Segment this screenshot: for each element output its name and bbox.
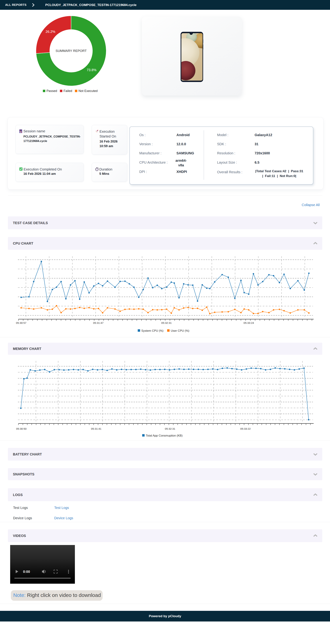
svg-text:SUMMARY REPORT: SUMMARY REPORT <box>56 49 87 52</box>
svg-text:Failed: Failed <box>64 89 72 93</box>
svg-text:05:32:31: 05:32:31 <box>165 427 175 430</box>
svg-text:05:31:41: 05:31:41 <box>91 427 101 430</box>
svg-text:0:00: 0:00 <box>23 570 30 574</box>
svg-text:05:30:57: 05:30:57 <box>16 322 26 324</box>
svg-text:System CPU (%): System CPU (%) <box>141 329 163 332</box>
svg-text:73.8%: 73.8% <box>87 68 97 72</box>
svg-text:05:31:47: 05:31:47 <box>93 322 103 324</box>
svg-text:05:33:24: 05:33:24 <box>244 322 254 324</box>
svg-text:Not Executed: Not Executed <box>79 89 98 93</box>
svg-text:Passed: Passed <box>47 89 57 93</box>
svg-text:05:33:22: 05:33:22 <box>240 427 251 430</box>
svg-text:26.2%: 26.2% <box>46 30 55 34</box>
svg-text:05:32:31: 05:32:31 <box>161 322 172 324</box>
svg-text:Total App Consmuption (KB): Total App Consmuption (KB) <box>146 434 183 437</box>
svg-text:User CPU (%): User CPU (%) <box>171 329 189 332</box>
svg-text:05:30:50: 05:30:50 <box>16 427 27 430</box>
